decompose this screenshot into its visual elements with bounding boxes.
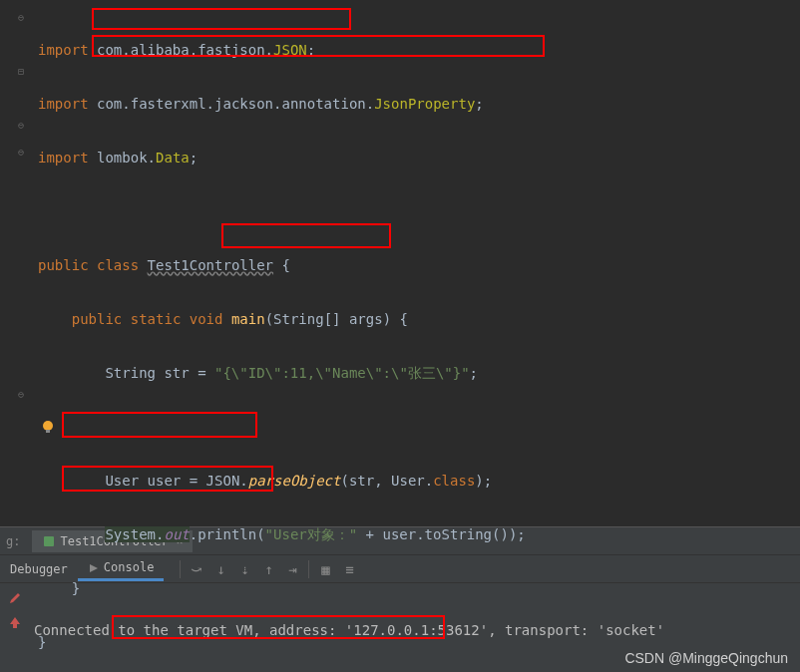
editor-gutter: ⊖ ⊟ ⊖ ⊖ ⊖ [0, 0, 30, 526]
watermark: CSDN @MinggeQingchun [624, 645, 788, 671]
highlight-box [221, 223, 391, 248]
code-editor[interactable]: ⊖ ⊟ ⊖ ⊖ ⊖ import com.alibaba.fastjson.JS… [0, 0, 800, 526]
code-content[interactable]: import com.alibaba.fastjson.JSON; import… [30, 0, 526, 526]
console-gutter [0, 583, 30, 672]
console-output[interactable]: Connected to the target VM, address: '12… [0, 583, 800, 672]
highlight-box [92, 8, 351, 30]
run-label: g: [6, 534, 20, 548]
edit-icon[interactable] [8, 591, 22, 605]
up-arrow-icon[interactable] [8, 615, 22, 629]
console-text: Connected to the target VM, address: '12… [30, 583, 800, 672]
